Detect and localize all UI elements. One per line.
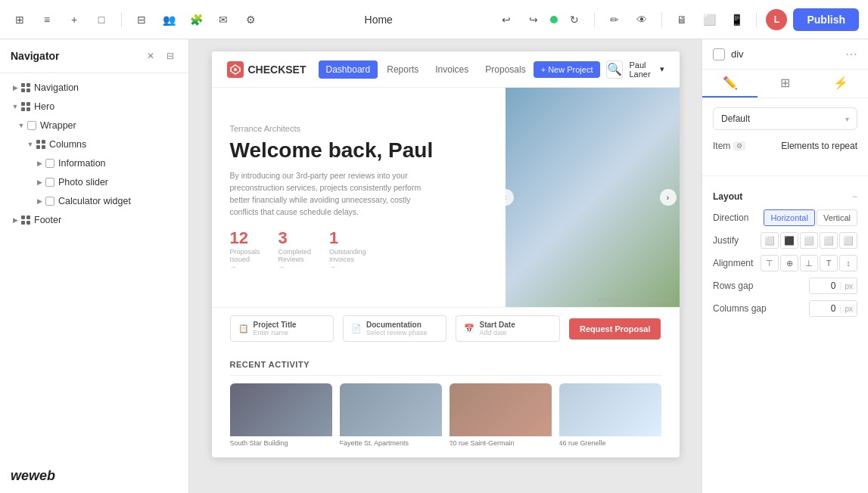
recent-card-1[interactable]: South Star Building [230, 383, 332, 447]
direction-horizontal-button[interactable]: Horizontal [764, 209, 815, 226]
cs-new-project-button[interactable]: + New Project [534, 61, 601, 78]
tree-item-calculator-widget[interactable]: ▶ Calculator widget [3, 192, 185, 210]
tree-item-photo-slider[interactable]: ▶ Photo slider [3, 173, 185, 191]
chevron-down-icon: ▼ [15, 119, 27, 132]
redo-icon[interactable]: ↪ [523, 9, 544, 30]
recent-title: RECENT ACTIVITY [230, 360, 661, 376]
recent-card-4[interactable]: 46 rue Grenelle [559, 383, 661, 447]
nav-tree: ▶ Navigation ▼ Hero ▼ Wrapper ▼ Columns [0, 73, 188, 459]
grid-icon[interactable]: ⊞ [9, 9, 30, 30]
avatar[interactable]: L [766, 9, 787, 30]
stat-link-invoices[interactable]: → [329, 263, 366, 271]
stat-link-reviews[interactable]: → [278, 263, 312, 271]
collapse-icon[interactable]: ⊟ [163, 48, 178, 64]
columns-gap-label: Columns gap [713, 303, 767, 314]
justify-between-button[interactable]: ⬜ [820, 232, 838, 249]
form-field-project-title[interactable]: 📋 Project Title Enter name [230, 315, 334, 342]
desktop-icon[interactable]: 🖥 [671, 9, 692, 30]
chevron-down-icon: ▼ [9, 101, 21, 113]
justify-label: Justify [713, 235, 739, 246]
puzzle-icon[interactable]: 🧩 [185, 9, 207, 30]
tree-item-hero[interactable]: ▼ Hero [3, 98, 185, 116]
align-center-button[interactable]: ⊕ [780, 255, 798, 271]
collapse-icon[interactable]: − [852, 191, 857, 202]
rows-gap-input[interactable] [810, 278, 840, 293]
align-baseline-button[interactable]: T [820, 255, 838, 271]
form-field-documentation[interactable]: 📄 Documentation Select review phase [343, 315, 446, 342]
alignment-row: Alignment ⊤ ⊕ ⊥ T ↕ [713, 255, 857, 271]
recent-grid: South Star Building Fayette St. Apartmen… [230, 383, 661, 447]
edit-icon[interactable]: ✏ [604, 9, 625, 30]
layers-icon[interactable]: ⊟ [131, 9, 152, 30]
tab-layout[interactable]: ⊞ [758, 70, 813, 98]
direction-row: Direction Horizontal Vertical [713, 209, 857, 226]
rows-gap-row: Rows gap px [713, 278, 857, 294]
justify-around-button[interactable]: ⬜ [839, 232, 857, 249]
form-field-project-placeholder: Enter name [254, 329, 297, 336]
chevron-right-icon: ▶ [33, 176, 45, 188]
tab-events[interactable]: ⚡ [813, 70, 868, 98]
cs-user-menu[interactable]: Paul Laner ▾ [629, 60, 664, 79]
tree-item-navigation[interactable]: ▶ Navigation [3, 79, 185, 97]
align-stretch-button[interactable]: ↕ [839, 255, 857, 271]
state-dropdown[interactable]: Default ▾ [713, 107, 857, 130]
checkbox-icon [27, 121, 36, 130]
separator [594, 12, 595, 27]
recent-card-3[interactable]: 20 rue Saint-Germain [450, 383, 552, 447]
justify-start-button[interactable]: ⬜ [761, 232, 779, 249]
tablet-icon[interactable]: ⬜ [698, 9, 720, 30]
canvas-area[interactable]: CHECKSET Dashboard Reports Invoices Prop… [189, 39, 702, 493]
toolbar-left: ⊞ ≡ + □ ⊟ 👥 🧩 ✉ ⚙ [9, 9, 261, 30]
element-checkbox [713, 48, 725, 60]
justify-end-button[interactable]: ⬜ [800, 232, 818, 249]
rp-dropdown-section: Default ▾ Item ⚙ Elements to repeat [702, 98, 868, 169]
eye-icon[interactable]: 👁 [631, 9, 652, 30]
hero-img-placeholder [506, 88, 680, 307]
hero-content: Terrance Architects Welcome back, Paul B… [212, 88, 506, 307]
tree-label-hero: Hero [34, 101, 54, 112]
settings-icon[interactable]: ⚙ [240, 9, 261, 30]
undo-icon[interactable]: ↩ [496, 9, 517, 30]
navigator-panel: Navigator ✕ ⊟ ▶ Navigation ▼ Hero ▼ [0, 39, 189, 493]
stat-link-proposals[interactable]: → [230, 263, 260, 271]
tree-item-wrapper[interactable]: ▼ Wrapper [3, 116, 185, 135]
hero-title: Welcome back, Paul [230, 138, 487, 163]
document-icon[interactable]: □ [91, 9, 112, 30]
publish-button[interactable]: Publish [793, 8, 859, 31]
cs-search-icon[interactable]: 🔍 [606, 60, 623, 79]
tab-style[interactable]: ✏️ [702, 70, 758, 98]
tree-item-footer[interactable]: ▶ Footer [3, 211, 185, 229]
align-top-button[interactable]: ⊤ [761, 255, 779, 271]
recent-card-2[interactable]: Fayette St. Apartments [340, 383, 442, 447]
add-icon[interactable]: + [64, 9, 85, 30]
close-navigator-icon[interactable]: ✕ [143, 48, 158, 64]
tree-label-photo-slider: Photo slider [58, 177, 108, 188]
hero-stats: 12 ProposalsIssued → 3 CompletedReviews … [230, 228, 487, 271]
form-field-start-date[interactable]: 📅 Start Date Add date [456, 315, 559, 342]
justify-buttons: ⬜ ⬛ ⬜ ⬜ ⬜ [761, 232, 857, 249]
tree-label-navigation: Navigation [34, 82, 79, 93]
cs-nav-reports[interactable]: Reports [379, 60, 426, 79]
tree-item-information[interactable]: ▶ Information [3, 154, 185, 172]
more-options-icon[interactable]: ⋯ [845, 47, 857, 61]
direction-vertical-button[interactable]: Vertical [817, 209, 857, 226]
list-icon[interactable]: ≡ [36, 9, 58, 30]
mobile-icon[interactable]: 📱 [726, 9, 747, 30]
hero-subtitle: Terrance Architects [230, 124, 487, 133]
justify-center-button[interactable]: ⬛ [780, 232, 798, 249]
chevron-right-icon: ▶ [9, 214, 21, 226]
tree-item-columns[interactable]: ▼ Columns [3, 135, 185, 153]
element-label: div [731, 48, 744, 60]
request-proposal-button[interactable]: Request Proposal [569, 318, 661, 340]
cs-nav-dashboard[interactable]: Dashboard [319, 60, 378, 79]
cs-logo-text: CHECKSET [248, 64, 306, 76]
cs-nav-proposals[interactable]: Proposals [478, 60, 533, 79]
refresh-icon[interactable]: ↻ [564, 9, 585, 30]
cs-nav-invoices[interactable]: Invoices [428, 60, 476, 79]
email-icon[interactable]: ✉ [213, 9, 234, 30]
form-row: 📋 Project Title Enter name 📄 Documentati… [212, 307, 680, 349]
next-slide-button[interactable]: › [660, 189, 677, 206]
align-bottom-button[interactable]: ⊥ [800, 255, 818, 271]
columns-gap-input[interactable] [810, 301, 840, 316]
users-icon[interactable]: 👥 [158, 9, 179, 30]
